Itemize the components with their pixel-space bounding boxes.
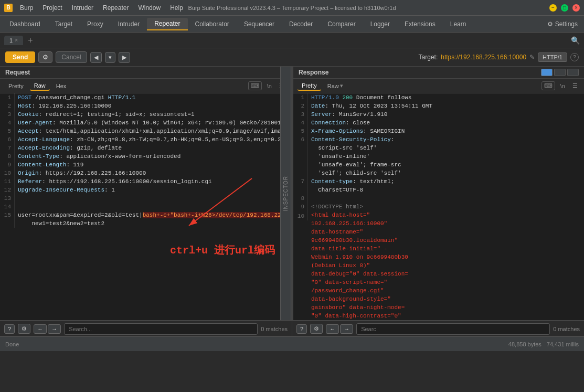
request-toolbar: Send ⚙ Cancel ◀ ▾ ▶ Target: https://192.… xyxy=(0,48,584,67)
settings-icon: ⚙ xyxy=(547,20,553,28)
tab-intruder[interactable]: Intruder xyxy=(111,18,147,30)
burp-logo: B xyxy=(4,4,13,12)
menu-project[interactable]: Project xyxy=(38,3,66,13)
response-pretty-print-icon[interactable]: ⌨ xyxy=(541,81,555,90)
response-menu-icon[interactable]: ☰ xyxy=(570,81,580,90)
request-title: Request xyxy=(5,69,30,76)
request-panel-tabs: Pretty Raw Hex ⌨ \n ☰ xyxy=(0,79,291,93)
code-line-15: 15 user=rootxx&pam=&expired=2&old=test|b… xyxy=(0,211,291,228)
menu-help[interactable]: Help xyxy=(166,3,187,13)
edit-target-icon[interactable]: ✎ xyxy=(529,54,535,61)
response-title: Response xyxy=(299,69,328,76)
view-right-icon[interactable] xyxy=(567,69,579,76)
settings-label: Settings xyxy=(555,20,578,28)
status-done: Done xyxy=(5,341,19,347)
response-newline-icon[interactable]: \n xyxy=(558,82,567,90)
tab-comparer[interactable]: Comparer xyxy=(320,18,363,30)
menu-window[interactable]: Window xyxy=(134,3,165,13)
response-help-button[interactable]: ? xyxy=(296,324,307,334)
menu-burp[interactable]: Burp xyxy=(16,3,37,13)
response-line-6: 6 Content-Security-Policy: script-src 's… xyxy=(293,135,584,177)
add-tab-button[interactable]: + xyxy=(25,35,36,46)
request-newline-icon[interactable]: \n xyxy=(265,82,274,90)
tab-dashboard[interactable]: Dashboard xyxy=(2,18,48,30)
response-nav-prev-button[interactable]: ← xyxy=(326,324,339,334)
maximize-button[interactable]: □ xyxy=(561,4,568,12)
tab-learn[interactable]: Learn xyxy=(443,18,474,30)
request-pretty-print-icon[interactable]: ⌨ xyxy=(248,81,262,90)
response-nav-next-button[interactable]: → xyxy=(340,324,353,334)
cancel-button[interactable]: Cancel xyxy=(56,51,87,63)
request-nav-arrows: ← → xyxy=(34,324,61,334)
code-line-8: 8 Content-Type: application/x-www-form-u… xyxy=(0,152,291,161)
status-millis: 74,431 millis xyxy=(547,341,579,347)
code-line-7: 7 Accept-Encoding: gzip, deflate xyxy=(0,144,291,152)
request-settings-button[interactable]: ⚙ xyxy=(18,324,30,334)
window-title: Burp Suite Professional v2023.4.3 – Temp… xyxy=(188,5,396,11)
http-help-icon[interactable]: ? xyxy=(570,53,579,61)
request-matches-count: 0 matches xyxy=(261,326,288,332)
target-url: https://192.168.225.166:10000 xyxy=(441,54,526,61)
request-help-button[interactable]: ? xyxy=(4,324,15,334)
response-raw-dropdown[interactable]: ▾ xyxy=(340,82,343,89)
repeater-tab-1[interactable]: 1 × xyxy=(4,36,23,45)
tab-search-icon[interactable]: 🔍 xyxy=(571,36,580,45)
status-bar: Done 48,858 bytes 74,431 millis xyxy=(0,336,584,351)
response-nav-arrows: ← → xyxy=(326,324,353,334)
inspector-label: INSPECTOR xyxy=(283,176,289,211)
request-nav-prev-button[interactable]: ← xyxy=(34,324,47,334)
tab-close-icon[interactable]: × xyxy=(15,37,18,43)
send-options-button[interactable]: ⚙ xyxy=(38,51,52,63)
tab-extensions[interactable]: Extensions xyxy=(397,18,443,30)
annotation-text: ctrl+u 进行url编码 xyxy=(170,243,275,257)
response-line-4: 4 Connection: close xyxy=(293,119,584,127)
minimize-button[interactable]: − xyxy=(549,4,557,12)
code-line-4: 4 User-Agent: Mozilla/5.0 (Windows NT 10… xyxy=(0,119,291,127)
close-button[interactable]: × xyxy=(572,4,580,12)
repeater-tab-bar: 1 × + 🔍 xyxy=(0,33,584,48)
nav-next-button[interactable]: ▶ xyxy=(119,52,130,63)
request-tab-pretty[interactable]: Pretty xyxy=(4,82,28,90)
code-line-6: 6 Accept-Language: zh-CN,zh;q=0.8,zh-TW;… xyxy=(0,135,291,144)
response-search-input[interactable] xyxy=(356,323,550,335)
nav-prev-button[interactable]: ◀ xyxy=(90,52,102,63)
request-tab-raw[interactable]: Raw xyxy=(30,81,50,91)
code-line-13: 13 xyxy=(0,194,291,203)
request-search-input[interactable] xyxy=(64,323,258,335)
main-panels: Request Pretty Raw Hex ⌨ \n ☰ 1 POST /pa… xyxy=(0,67,584,320)
tab-collaborator[interactable]: Collaborator xyxy=(188,18,237,30)
tab-proxy[interactable]: Proxy xyxy=(80,18,111,30)
nav-tabs: Dashboard Target Proxy Intruder Repeater… xyxy=(0,16,584,33)
code-line-2: 2 Host: 192.168.225.166:10000 xyxy=(0,102,291,110)
code-line-10: 10 Origin: https://192.168.225.166:10000 xyxy=(0,169,291,177)
tab-target[interactable]: Target xyxy=(48,18,80,30)
inspector-sidebar[interactable]: INSPECTOR xyxy=(280,67,291,320)
menu-bar: Burp Project Intruder Repeater Window He… xyxy=(16,3,187,13)
http-version-badge[interactable]: HTTP/1 xyxy=(538,52,567,62)
request-tab-hex[interactable]: Hex xyxy=(52,82,71,90)
settings-tab[interactable]: ⚙ Settings xyxy=(543,18,582,30)
tab-repeater[interactable]: Repeater xyxy=(147,18,187,30)
request-nav-next-button[interactable]: → xyxy=(48,324,61,334)
request-code-area[interactable]: 1 POST /password_change.cgi HTTP/1.1 2 H… xyxy=(0,93,291,320)
send-button[interactable]: Send xyxy=(5,51,35,63)
response-tab-pretty[interactable]: Pretty xyxy=(298,81,321,91)
tab-sequencer[interactable]: Sequencer xyxy=(237,18,282,30)
response-line-5: 5 X-Frame-Options: SAMEORIGIN xyxy=(293,127,584,135)
response-settings-button[interactable]: ⚙ xyxy=(310,324,323,334)
tab-decoder[interactable]: Decoder xyxy=(282,18,320,30)
view-split-icon[interactable] xyxy=(541,69,553,76)
menu-intruder[interactable]: Intruder xyxy=(68,3,98,13)
response-line-2: 2 Date: Thu, 12 Oct 2023 13:54:11 GMT xyxy=(293,102,584,110)
view-left-icon[interactable] xyxy=(554,69,566,76)
status-bytes: 48,858 bytes xyxy=(508,341,541,347)
code-line-1: 1 POST /password_change.cgi HTTP/1.1 xyxy=(0,93,291,102)
response-code-area[interactable]: 1 HTTP/1.0 200 Document follows 2 Date: … xyxy=(293,93,584,320)
menu-repeater[interactable]: Repeater xyxy=(99,3,133,13)
nav-dropdown-button[interactable]: ▾ xyxy=(105,52,115,63)
response-tab-raw[interactable]: Raw ▾ xyxy=(323,81,347,90)
bottom-bars: ? ⚙ ← → 0 matches ? ⚙ ← → 0 matches xyxy=(0,320,584,336)
response-matches-count: 0 matches xyxy=(553,326,580,332)
code-line-3: 3 Cookie: redirect=1; testing=1; sid=x; … xyxy=(0,110,291,119)
tab-logger[interactable]: Logger xyxy=(363,18,397,30)
